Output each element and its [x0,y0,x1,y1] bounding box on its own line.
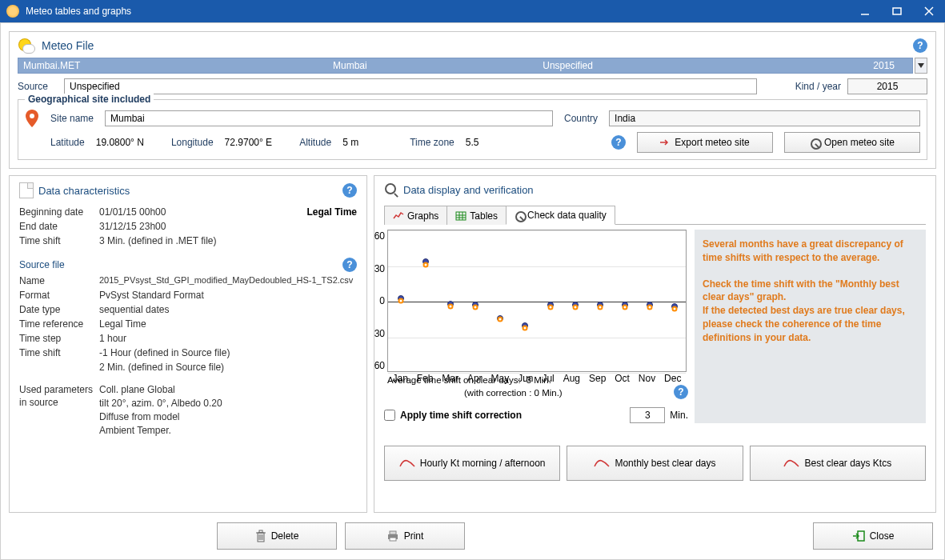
data-point [447,303,453,309]
verify-title: Data display and verification [403,184,534,196]
ts-value: 3 Min. (defined in .MET file) [99,235,357,246]
meteo-file-panel: Meteo File ? Mumbai.MET Mumbai Unspecifi… [9,31,936,169]
source-label: Source [18,81,58,92]
data-verify-panel: Data display and verification Graphs Tab… [374,175,936,513]
data-characteristics-panel: Data characteristics ? Beginning date01/… [9,175,367,513]
meteo-file-title: Meteo File [42,39,94,52]
src-name-value: 2015_PVsyst_Std_GPI_modified_MayDedouble… [99,275,357,286]
magnifier-icon [810,138,819,147]
begin-value: 01/01/15 00h00 [99,206,307,218]
file-type-col: Unspecified [459,60,677,71]
warning-msg-3: If the detected best days are true clear… [703,304,918,344]
magnifier-icon [384,182,398,197]
datachar-help-icon[interactable]: ? [342,183,357,198]
meteo-file-select[interactable]: Mumbai.MET Mumbai Unspecified 2015 [18,58,913,74]
svg-rect-1 [893,8,901,14]
timestep-value: 1 hour [99,333,357,344]
site-name-input[interactable] [105,110,553,126]
verify-tabs: Graphs Tables Check data quality [384,205,926,225]
apply-label: Apply time shift correction [400,410,522,421]
minimize-button[interactable] [849,0,881,22]
country-value: India [609,110,920,126]
monthly-clear-button[interactable]: Monthly best clear days [567,446,743,481]
warning-msg-1: Several months have a great discrepancy … [703,238,918,265]
end-label: End date [19,221,99,232]
data-point [572,305,578,310]
maximize-button[interactable] [881,0,913,22]
country-label: Country [564,113,598,124]
file-year-col: 2015 [677,60,907,71]
magnifier-icon [515,210,524,220]
export-meteo-label: Export meteo site [675,137,749,148]
window-title: Meteo tables and graphs [26,6,849,17]
data-point [597,305,603,310]
used1: Coll. plane Global [99,384,357,395]
latitude-value: 19.0800° N [96,137,144,148]
document-icon [19,182,34,198]
best-clear-button[interactable]: Best clear days Ktcs [750,446,926,481]
latitude-label: Latitude [50,137,85,148]
begin-label: Beginning date [19,206,99,218]
data-point [547,305,553,310]
apply-timeshift-checkbox[interactable] [384,410,395,421]
ts2-value: -1 Hour (defined in Source file) [99,347,357,358]
app-icon [6,5,19,18]
tz-label: Time zone [410,137,454,148]
data-char-title: Data characteristics [38,185,130,197]
weather-icon [18,37,35,54]
source-file-h: Source file [19,259,65,270]
min-input[interactable] [630,407,665,423]
file-city-col: Mumbai [241,60,458,71]
data-point [422,262,428,268]
help-icon[interactable]: ? [913,38,927,53]
used2: tilt 20°, azim. 0°, Albedo 0.20 [99,398,357,409]
legal-time: Legal Time [307,206,357,218]
altitude-value: 5 m [342,137,358,148]
kindyear-label: Kind / year [795,81,841,92]
data-point [672,306,678,311]
longitude-label: Longitude [171,137,214,148]
geo-help-icon[interactable]: ? [611,135,626,150]
hourly-kt-button[interactable]: Hourly Kt morning / afternoon [384,446,560,481]
src-help-icon[interactable]: ? [342,258,357,272]
location-pin-icon [25,110,39,127]
file-dropdown-arrow[interactable] [915,58,927,74]
datetype-value: sequential dates [99,304,357,315]
geo-legend: Geographical site included [25,94,154,105]
site-name-label: Site name [50,113,94,124]
warning-msg-2: Check the time shift with the "Monthly b… [703,278,918,305]
close-window-button[interactable] [913,0,945,22]
source-input[interactable] [64,78,757,94]
src-name-label: Name [19,275,99,286]
open-meteo-label: Open meteo site [824,137,895,148]
curve-icon [783,458,799,468]
tab-check-quality[interactable]: Check data quality [506,206,615,225]
data-point [523,325,528,330]
format-label: Format [19,290,99,301]
svg-rect-18 [390,538,396,541]
printer-icon [386,530,399,542]
timeref-label: Time reference [19,318,99,330]
timestep-label: Time step [19,333,99,344]
close-button[interactable]: Close [813,522,933,550]
delete-button[interactable]: Delete [217,522,337,550]
trash-icon [255,530,266,542]
open-meteo-button[interactable]: Open meteo site [784,132,920,153]
svg-rect-12 [259,530,262,533]
chart-help-icon[interactable]: ? [674,385,688,399]
longitude-value: 72.9700° E [225,137,273,148]
tab-tables[interactable]: Tables [446,206,507,225]
data-point [498,317,503,322]
end-value: 31/12/15 23h00 [99,221,357,232]
data-point [398,298,403,303]
export-arrow-icon [660,138,670,147]
ts2-label: Time shift [19,347,99,358]
tab-graphs[interactable]: Graphs [384,206,447,225]
curve-icon [594,458,610,468]
print-button[interactable]: Print [345,522,465,550]
svg-rect-5 [456,212,466,220]
min-unit: Min. [670,410,688,421]
export-meteo-button[interactable]: Export meteo site [637,132,773,153]
timeshift-chart: 60300-30-60JanFebMarAprMayJunJulAugSepOc… [387,230,687,372]
data-point [623,305,628,310]
